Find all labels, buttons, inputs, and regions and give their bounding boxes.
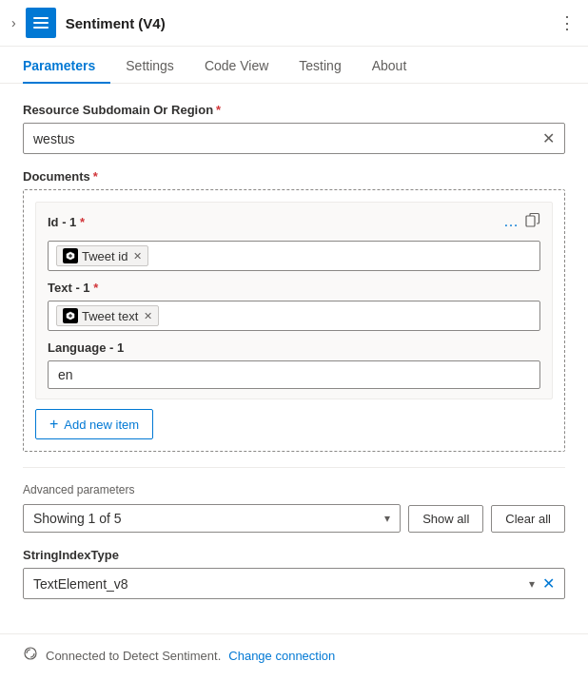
text-label: Text - 1 * [48,281,540,295]
item-header: Id - 1 * … [48,212,540,231]
hamburger-icon [33,17,49,29]
text-tag-remove[interactable]: ✕ [144,310,152,322]
page-title: Sentiment (V4) [66,15,549,31]
show-all-button[interactable]: Show all [408,505,483,533]
connection-text: Connected to Detect Sentiment. [46,649,221,663]
id-label: Id - 1 * [48,215,85,229]
documents-box: Id - 1 * … [23,189,565,452]
tab-testing[interactable]: Testing [284,47,356,83]
id-tag-label: Tweet id [82,249,127,263]
add-item-button[interactable]: + Add new item [35,409,153,439]
item-more-icon[interactable]: … [503,213,519,230]
resource-input[interactable] [33,131,542,146]
header: › Sentiment (V4) ⋮ [0,0,588,47]
language-input-wrapper[interactable] [48,360,540,389]
advanced-label: Advanced parameters [23,483,565,496]
language-label: Language - 1 [48,340,540,355]
id-tag-remove[interactable]: ✕ [133,250,142,262]
resource-input-wrapper[interactable]: ✕ [23,123,565,154]
footer: Connected to Detect Sentiment. Change co… [0,633,588,676]
copy-icon[interactable] [525,212,540,231]
tab-bar: Parameters Settings Code View Testing Ab… [0,47,588,84]
id-tag: Tweet id ✕ [56,245,148,266]
string-index-label: StringIndexType [23,548,565,562]
showing-dropdown[interactable]: Showing 1 of 5 ▾ [23,504,401,533]
string-index-value: TextElement_v8 [33,576,529,592]
tab-code-view[interactable]: Code View [189,47,284,83]
back-chevron-icon[interactable]: › [11,15,16,30]
showing-value: Showing 1 of 5 [33,511,384,526]
id-tag-input[interactable]: Tweet id ✕ [48,241,540,271]
clear-resource-icon[interactable]: ✕ [542,129,555,147]
language-input[interactable] [58,367,530,382]
svg-rect-0 [526,216,535,226]
resource-required: * [216,103,221,117]
app-icon [26,8,56,38]
connection-icon [23,646,38,665]
documents-required: * [93,169,98,184]
string-index-clear-icon[interactable]: ✕ [542,574,555,593]
divider [23,467,565,468]
text-tag-label: Tweet text [82,309,138,323]
tag-icon [63,248,78,263]
advanced-row: Showing 1 of 5 ▾ Show all Clear all [23,504,565,533]
add-item-label: Add new item [64,418,139,432]
clear-all-button[interactable]: Clear all [491,505,565,533]
resource-label: Resource Subdomain Or Region * [23,103,565,117]
document-item: Id - 1 * … [35,202,553,399]
string-index-dropdown[interactable]: TextElement_v8 ▾ ✕ [23,568,565,599]
showing-chevron-icon: ▾ [384,512,390,525]
plus-icon: + [49,416,58,433]
documents-label: Documents * [23,169,565,184]
text-tag-input[interactable]: Tweet text ✕ [48,301,540,331]
tab-parameters[interactable]: Parameters [23,47,110,83]
tab-about[interactable]: About [357,47,422,83]
item-actions: … [503,212,540,231]
content-area: Resource Subdomain Or Region * ✕ Documen… [0,84,588,633]
text-tag: Tweet text ✕ [56,305,159,326]
string-index-chevron-icon: ▾ [529,577,535,591]
change-connection-link[interactable]: Change connection [228,649,335,663]
text-tag-icon [63,308,78,323]
more-options-icon[interactable]: ⋮ [559,12,577,33]
tab-settings[interactable]: Settings [110,47,189,83]
